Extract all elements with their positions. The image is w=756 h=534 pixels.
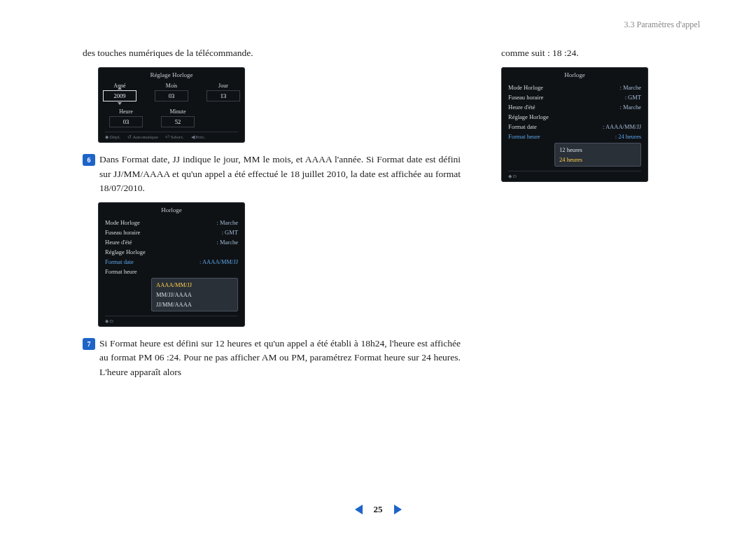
osd-key: Format heure (508, 133, 540, 140)
osd-val: : GMT (222, 229, 238, 236)
osd-val: : Marche (217, 219, 238, 226)
osd-title: Réglage Horloge (105, 71, 238, 78)
label-jour: Jour (218, 83, 228, 89)
osd-val: : AAAA/MM/JJ (603, 123, 641, 130)
osd-val: : 24 heures (615, 133, 641, 140)
hint-d: ◆ D (508, 174, 517, 179)
osd-row: Format heure (105, 267, 238, 276)
dropdown-format-date[interactable]: AAAA/MM/JJMM/JJ/AAAAJJ/MM/AAAA (151, 278, 238, 311)
osd-row: Format heure: 24 heures (508, 132, 641, 141)
value-jour[interactable]: 13 (206, 90, 240, 101)
step-text-7: Si Format heure est défini sur 12 heures… (99, 337, 461, 379)
osd-row: Mode Horloge: Marche (508, 83, 641, 92)
osd-key: Fuseau horaire (105, 229, 140, 236)
osd-val: : Marche (620, 104, 641, 111)
osd-horloge-2: Horloge Mode Horloge: MarcheFuseau horai… (501, 67, 648, 182)
step-7: 7 Si Format heure est défini sur 12 heur… (83, 337, 461, 379)
osd-key: Heure d'été (508, 104, 536, 111)
value-annee[interactable]: 2009 (103, 90, 136, 101)
step-num-6: 6 (83, 154, 95, 166)
osd-val: : GMT (625, 94, 641, 101)
osd-key: Réglage Horloge (105, 248, 146, 255)
osd-title: Horloge (508, 71, 641, 78)
dropdown-option[interactable]: 12 heures (555, 145, 640, 155)
dropdown-option[interactable]: JJ/MM/AAAA (152, 300, 237, 309)
osd-horloge-1: Horloge Mode Horloge: MarcheFuseau horai… (98, 202, 245, 327)
osd-row: Heure d'été: Marche (105, 237, 238, 247)
hint-d: ◆ D (105, 318, 113, 324)
osd-row: Mode Horloge: Marche (105, 218, 238, 227)
osd-key: Mode Horloge (508, 84, 543, 91)
hint-depl: ◆ Dépl. (105, 134, 120, 140)
osd-row: Format date: AAAA/MM/JJ (508, 122, 641, 132)
label-minute: Minute (169, 108, 186, 115)
label-mois: Mois (166, 83, 177, 89)
hint-prec: ◀ Préc. (191, 134, 206, 140)
osd-row: Fuseau horaire: GMT (508, 92, 641, 102)
intro-right: comme suit : 18 :24. (501, 46, 718, 60)
osd-row: Réglage Horloge (105, 247, 238, 257)
prev-page-icon[interactable] (355, 505, 363, 514)
step-6: 6 Dans Format date, JJ indique le jour, … (83, 153, 461, 195)
section-header: 3.3 Paramètres d'appel (624, 20, 700, 30)
osd-title: Horloge (105, 206, 238, 213)
value-minute[interactable]: 52 (161, 116, 195, 127)
dropdown-option[interactable]: 24 heures (555, 155, 640, 164)
step-text-6: Dans Format date, JJ indique le jour, MM… (99, 153, 461, 195)
osd-row: Heure d'été: Marche (508, 102, 641, 112)
intro-left: des touches numériques de la télécommand… (83, 46, 461, 60)
next-page-icon[interactable] (394, 505, 402, 514)
dropdown-option[interactable]: AAAA/MM/JJ (152, 280, 237, 290)
hint-select: ⏎ Sélect. (165, 134, 184, 140)
osd-row: Format date: AAAA/MM/JJ (105, 257, 238, 267)
hint-auto: ↺ Automatique (127, 134, 158, 140)
osd-key: Réglage Horloge (508, 113, 549, 120)
step-num-7: 7 (83, 338, 95, 350)
osd-val: : AAAA/MM/JJ (200, 258, 238, 265)
dropdown-option[interactable]: MM/JJ/AAAA (152, 290, 237, 300)
value-heure[interactable]: 03 (109, 116, 143, 127)
osd-val: : Marche (620, 84, 641, 91)
osd-key: Heure d'été (105, 239, 132, 246)
osd-key: Format heure (105, 268, 137, 275)
osd-reglage-horloge: Réglage Horloge Anné2009 Mois03 Jour13 H… (98, 67, 245, 143)
dropdown-format-heure[interactable]: 12 heures24 heures (554, 143, 641, 167)
osd-key: Mode Horloge (105, 219, 140, 226)
osd-key: Fuseau horaire (508, 94, 543, 101)
value-mois[interactable]: 03 (155, 90, 188, 101)
page-number: 25 (374, 504, 383, 515)
osd-key: Format date (508, 123, 537, 130)
osd-row: Fuseau horaire: GMT (105, 227, 238, 237)
pager: 25 (0, 504, 756, 515)
osd-key: Format date (105, 258, 134, 265)
osd-val: : Marche (217, 239, 238, 246)
label-heure: Heure (119, 108, 133, 115)
osd-row: Réglage Horloge (508, 112, 641, 122)
